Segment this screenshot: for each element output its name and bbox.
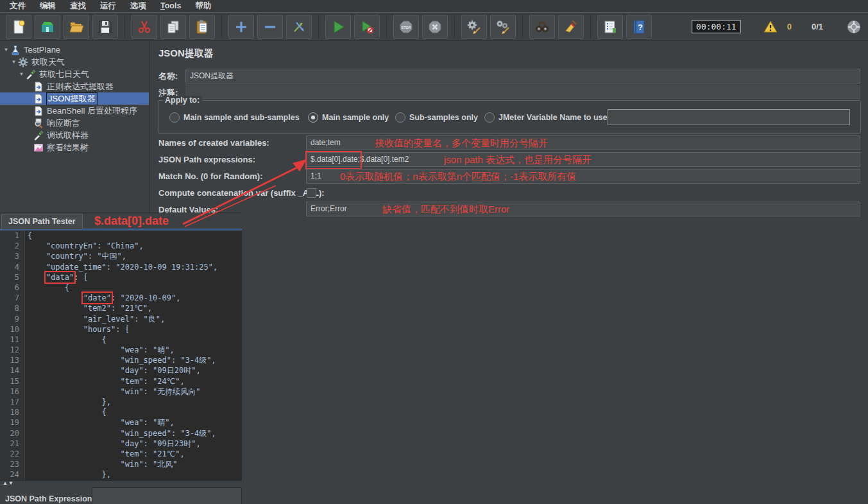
code-line: 9 "air_level": "良",	[0, 314, 242, 324]
open-button[interactable]	[64, 15, 89, 39]
menu-item[interactable]: 帮助	[188, 0, 218, 12]
stop-button[interactable]: STOP	[393, 15, 419, 39]
line-number: 2	[0, 241, 24, 251]
save-button[interactable]	[92, 15, 118, 39]
radio-option[interactable]: Main sample and sub-samples	[169, 112, 300, 123]
radio-option[interactable]: Sub-samples only	[395, 112, 478, 123]
help-button[interactable]: ?	[626, 15, 652, 39]
cut-button[interactable]	[132, 15, 157, 39]
json-path-expression-input[interactable]	[92, 487, 242, 504]
line-number: 1	[0, 230, 24, 241]
jsonpath-input[interactable]: $.data[0].date;$.data[0].tem2 json path …	[306, 152, 860, 167]
jmeter-window: 文件编辑查找运行选项Tools帮助 STOP?00:00:1100/1 ▼Tes…	[0, 0, 868, 504]
menu-item[interactable]: Tools	[153, 0, 188, 12]
radio-selected-icon[interactable]	[308, 112, 318, 123]
expand-arrow-icon[interactable]: ▼	[18, 71, 25, 77]
toolbar-separator	[522, 16, 523, 38]
clear-all-icon	[495, 19, 511, 35]
concat-checkbox[interactable]	[307, 188, 316, 198]
tree-item[interactable]: ▼获取七日天气	[0, 68, 149, 80]
name-value: JSON提取器	[190, 71, 234, 80]
copy-button[interactable]	[160, 15, 186, 39]
code-line: 3 "country": "中国",	[0, 251, 242, 261]
templates-button[interactable]	[35, 15, 60, 39]
tree-item[interactable]: ▼获取天气	[0, 56, 149, 68]
code-text: "wea": "晴",	[24, 345, 174, 355]
add-button[interactable]	[228, 15, 254, 39]
default-values-input[interactable]: Error;Error 缺省值，匹配不到值时取Error	[306, 202, 860, 216]
code-line: 24 },	[0, 469, 242, 480]
code-text: "win_speed": "3-4级",	[24, 355, 216, 365]
remove-button[interactable]	[257, 15, 283, 39]
callout-expression-text: $.data[0].date	[94, 214, 169, 228]
svg-text:?: ?	[638, 22, 643, 32]
json-response-view[interactable]: 1{2 "countryEn": "China",3 "country": "中…	[0, 230, 242, 480]
shutdown-button[interactable]	[422, 15, 448, 39]
menu-item[interactable]: 查找	[63, 0, 93, 12]
radio-label: JMeter Variable Name to use	[498, 113, 608, 122]
json-extractor-panel: JSON提取器 名称: JSON提取器 注释: Apply to: Main s…	[155, 41, 868, 504]
tree-item[interactable]: 察看结果树	[0, 141, 149, 153]
clear-search-button[interactable]	[558, 15, 584, 39]
menu-item[interactable]: 选项	[123, 0, 153, 12]
code-text: "tem": "24℃",	[24, 376, 185, 387]
tree-item-label: 响应断言	[47, 117, 80, 129]
code-line: 16 "win": "无持续风向"	[0, 387, 242, 397]
comment-input[interactable]	[185, 85, 860, 99]
paste-button[interactable]	[189, 15, 215, 39]
line-number: 13	[0, 355, 24, 365]
assertion-icon	[33, 118, 44, 128]
code-text: {	[24, 407, 106, 417]
radio-icon[interactable]	[484, 112, 495, 123]
names-input[interactable]: date;tem 接收值的变量名，多个变量时用分号隔开	[306, 135, 860, 150]
tree-item[interactable]: 调试取样器	[0, 129, 149, 141]
tree-item[interactable]: 正则表达式提取器	[0, 80, 149, 92]
names-label: Names of created variables:	[158, 138, 269, 148]
radio-option[interactable]: Main sample only	[308, 112, 389, 123]
line-number: 14	[0, 365, 24, 376]
dropper-icon	[33, 130, 44, 141]
new-file-button[interactable]	[6, 15, 31, 39]
function-helper-button[interactable]	[597, 15, 623, 39]
warning-count: 0	[787, 22, 792, 31]
concat-label: Compute concatenation var (suffix _ALL):	[158, 188, 325, 198]
code-line: 7 "date": "2020-10-09",	[0, 293, 242, 303]
tree-item[interactable]: ▼TestPlane	[0, 44, 149, 56]
radio-icon[interactable]	[395, 112, 405, 123]
radio-option[interactable]: JMeter Variable Name to use	[484, 112, 608, 123]
copy-icon	[166, 19, 181, 35]
radio-label: Main sample only	[322, 113, 389, 122]
search-icon	[534, 19, 550, 35]
tab-json-path-tester[interactable]: JSON Path Tester	[1, 214, 83, 229]
tree-item[interactable]: JSON提取器	[0, 92, 149, 105]
name-input[interactable]: JSON提取器	[185, 69, 860, 83]
tree-item[interactable]: BeanShell 后置处理程序	[0, 105, 149, 117]
menu-item[interactable]: 编辑	[33, 0, 63, 12]
tree-item-label: 获取七日天气	[39, 69, 89, 80]
toggle-button[interactable]	[286, 15, 312, 39]
line-number: 9	[0, 314, 24, 324]
code-line: 5 "data": [	[0, 272, 242, 282]
code-text: "update_time": "2020-10-09 19:31:25",	[24, 262, 217, 272]
match-no-input[interactable]: 1;1 0表示取随机值；n表示取第n个匹配值；-1表示取所有值	[306, 169, 860, 184]
radio-icon[interactable]	[169, 112, 180, 123]
start-button[interactable]	[325, 15, 351, 39]
line-number: 19	[0, 417, 24, 428]
tree-item-label: TestPlane	[24, 45, 60, 55]
warning-icon[interactable]	[762, 19, 779, 35]
menu-item[interactable]: 文件	[3, 0, 33, 12]
clear-button[interactable]	[461, 15, 487, 39]
jmeter-variable-input[interactable]	[608, 109, 850, 125]
expand-arrow-icon[interactable]: ▼	[3, 47, 10, 53]
expand-arrow-icon[interactable]: ▼	[10, 59, 17, 65]
clear-all-button[interactable]	[490, 15, 516, 39]
menu-item[interactable]: 运行	[93, 0, 123, 12]
dropper-icon	[26, 69, 37, 80]
flask-icon	[10, 45, 21, 55]
search-button[interactable]	[529, 15, 555, 39]
remote-start-icon[interactable]	[846, 19, 862, 35]
line-number: 12	[0, 345, 24, 355]
tree-item[interactable]: 响应断言	[0, 117, 149, 129]
start-no-pauses-button[interactable]	[354, 15, 380, 39]
code-line: 8 "tem2": "21℃",	[0, 303, 242, 313]
